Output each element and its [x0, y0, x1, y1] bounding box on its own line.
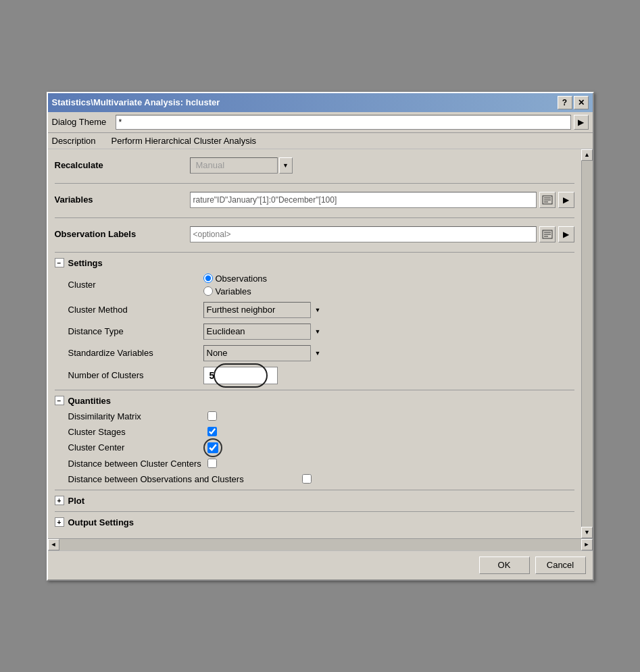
standardize-variables-label: Standardize Variables — [68, 348, 203, 358]
variables-pick-button[interactable] — [539, 192, 556, 208]
recalculate-row: Recalculate Manual ▼ — [55, 155, 574, 176]
number-of-clusters-input[interactable] — [203, 367, 278, 384]
distance-observations-clusters-checkbox[interactable] — [302, 474, 312, 484]
cluster-stages-label: Cluster Stages — [68, 427, 203, 437]
standardize-variables-row: Standardize Variables None Z-score Range… — [68, 345, 574, 361]
plot-section-label: Plot — [68, 496, 85, 506]
cluster-center-row: Cluster Center — [68, 442, 574, 453]
dissimilarity-matrix-row: Dissimilarity Matrix — [68, 411, 574, 421]
cancel-button[interactable]: Cancel — [535, 557, 586, 574]
recalculate-label: Recalculate — [55, 160, 190, 170]
cluster-observations-label: Observations — [216, 274, 268, 284]
observation-labels-row: Observation Labels ▶ — [55, 224, 574, 245]
description-text: Perform Hierarchical Cluster Analysis — [112, 136, 257, 146]
recalculate-dropdown-arrow[interactable]: ▼ — [279, 157, 293, 174]
cluster-center-label: Cluster Center — [68, 442, 203, 453]
distance-type-select-wrapper: Euclidean Manhattan Pearson ▼ — [203, 324, 325, 340]
observation-labels-input[interactable] — [190, 226, 537, 242]
plot-section-header: + Plot — [55, 496, 574, 506]
settings-section-label: Settings — [68, 258, 103, 268]
distance-type-label: Distance Type — [68, 326, 203, 336]
quantities-collapse-button[interactable]: − — [55, 396, 64, 405]
button-row: OK Cancel — [48, 550, 593, 579]
main-content: Recalculate Manual ▼ Variables ▶ — [48, 149, 593, 538]
quantities-section-label: Quantities — [68, 396, 112, 406]
separator-2 — [55, 217, 574, 218]
close-button[interactable]: ✕ — [574, 96, 589, 109]
title-bar: Statistics\Multivariate Analysis: hclust… — [48, 93, 593, 112]
distance-observations-clusters-label: Distance between Observations and Cluste… — [68, 474, 298, 484]
scroll-left-button[interactable]: ◄ — [48, 539, 59, 550]
variables-input[interactable] — [190, 192, 537, 208]
quantities-content: Dissimilarity Matrix Cluster Stages Clus… — [55, 411, 574, 484]
cluster-observations-radio[interactable] — [203, 274, 213, 283]
cluster-center-checkbox-wrapper — [207, 442, 218, 453]
number-of-clusters-input-wrapper — [203, 367, 278, 384]
scroll-down-button[interactable]: ▼ — [581, 527, 593, 538]
number-of-clusters-row: Number of Clusters — [68, 367, 574, 384]
distance-type-row: Distance Type Euclidean Manhattan Pearso… — [68, 324, 574, 340]
cluster-variables-radio[interactable] — [203, 286, 213, 296]
variables-arrow-button[interactable]: ▶ — [558, 192, 574, 208]
main-window: Statistics\Multivariate Analysis: hclust… — [47, 92, 594, 581]
obs-labels-arrow-button[interactable]: ▶ — [558, 226, 574, 242]
standardize-variables-select[interactable]: None Z-score Range — [203, 345, 325, 361]
cluster-center-checkbox[interactable] — [207, 442, 218, 453]
dialog-theme-arrow[interactable]: ▶ — [574, 115, 589, 130]
scroll-right-button[interactable]: ► — [581, 539, 593, 550]
observation-labels-input-group: ▶ — [190, 226, 574, 242]
cluster-variables-option: Variables — [203, 286, 268, 296]
cluster-variables-label: Variables — [216, 286, 251, 296]
distance-cluster-centers-checkbox[interactable] — [207, 459, 217, 468]
variables-row: Variables ▶ — [55, 189, 574, 211]
variables-input-group: ▶ — [190, 192, 574, 208]
settings-collapse-button[interactable]: − — [55, 258, 64, 267]
cluster-method-label: Cluster Method — [68, 305, 203, 315]
settings-content: Cluster Observations Variables — [55, 274, 574, 384]
output-settings-section-header: + Output Settings — [55, 517, 574, 527]
hscroll-track[interactable] — [59, 539, 581, 550]
settings-section-header: − Settings — [55, 258, 574, 268]
quantities-section-header: − Quantities — [55, 396, 574, 406]
distance-cluster-centers-label: Distance between Cluster Centers — [68, 459, 203, 469]
cluster-radio-group: Observations Variables — [203, 274, 268, 296]
output-settings-section-label: Output Settings — [68, 517, 134, 527]
standardize-variables-select-wrapper: None Z-score Range ▼ — [203, 345, 325, 361]
scroll-up-button[interactable]: ▲ — [581, 149, 593, 161]
cluster-label: Cluster — [68, 280, 203, 290]
content-area: Recalculate Manual ▼ Variables ▶ — [48, 149, 581, 538]
horizontal-scrollbar: ◄ ► — [48, 538, 593, 550]
dialog-theme-label: Dialog Theme — [52, 117, 113, 127]
separator-5 — [55, 490, 574, 490]
dissimilarity-matrix-checkbox[interactable] — [207, 411, 217, 421]
output-settings-collapse-button[interactable]: + — [55, 517, 64, 527]
description-row: Description Perform Hierarchical Cluster… — [48, 133, 593, 149]
plot-collapse-button[interactable]: + — [55, 496, 64, 505]
cluster-method-select-wrapper: Furthest neighbor Nearest neighbor Avera… — [203, 302, 325, 318]
cluster-method-row: Cluster Method Furthest neighbor Nearest… — [68, 302, 574, 318]
vertical-scrollbar: ▲ ▼ — [581, 149, 593, 538]
separator-3 — [55, 252, 574, 253]
window-title: Statistics\Multivariate Analysis: hclust… — [52, 97, 558, 107]
distance-observations-clusters-row: Distance between Observations and Cluste… — [68, 474, 574, 484]
cluster-observations-option: Observations — [203, 274, 268, 284]
scroll-track[interactable] — [582, 161, 593, 527]
cluster-stages-checkbox[interactable] — [207, 427, 217, 436]
cluster-row: Cluster Observations Variables — [68, 274, 574, 296]
number-of-clusters-label: Number of Clusters — [68, 370, 203, 380]
observation-labels-label: Observation Labels — [55, 229, 190, 239]
variables-label: Variables — [55, 195, 190, 205]
cluster-method-select[interactable]: Furthest neighbor Nearest neighbor Avera… — [203, 302, 325, 318]
description-label: Description — [52, 136, 106, 146]
distance-cluster-centers-row: Distance between Cluster Centers — [68, 459, 574, 469]
recalculate-value[interactable]: Manual — [190, 157, 278, 174]
ok-button[interactable]: OK — [479, 557, 530, 574]
dissimilarity-matrix-label: Dissimilarity Matrix — [68, 411, 203, 421]
help-button[interactable]: ? — [558, 96, 572, 109]
separator-6 — [55, 511, 574, 512]
distance-type-select[interactable]: Euclidean Manhattan Pearson — [203, 324, 325, 340]
separator-1 — [55, 183, 574, 184]
obs-labels-pick-button[interactable] — [539, 226, 556, 242]
separator-4 — [55, 390, 574, 390]
dialog-theme-input[interactable] — [116, 115, 571, 130]
